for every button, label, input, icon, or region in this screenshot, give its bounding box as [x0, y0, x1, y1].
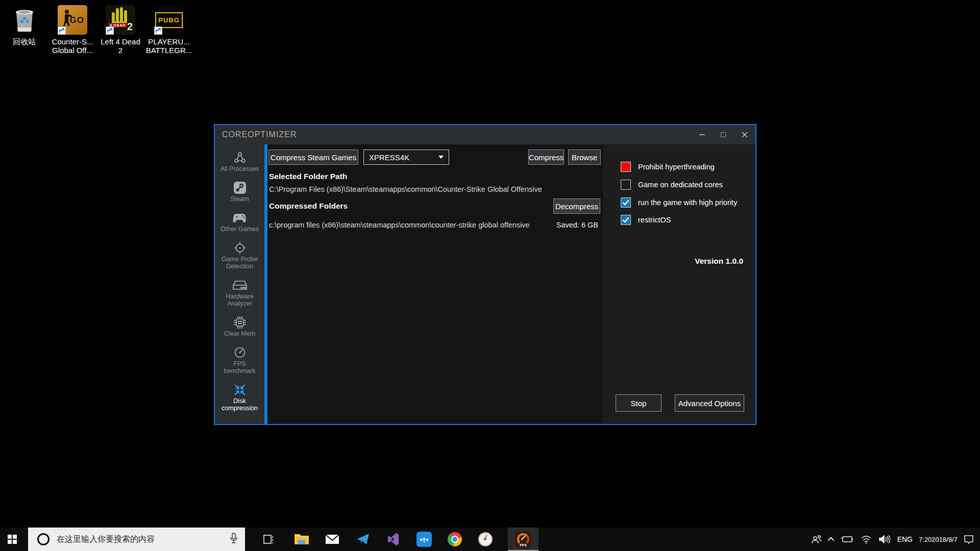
checkbox-row-high-priority[interactable]: run the game with high priority	[621, 197, 737, 208]
sidebar-item-all-processes[interactable]: All Processes	[215, 151, 264, 172]
battery-icon[interactable]	[841, 536, 853, 543]
l4d2-art-text: 2	[127, 21, 133, 33]
show-hidden-icons-chevron[interactable]	[829, 537, 834, 542]
sidebar-item-other-games[interactable]: Other Games	[215, 211, 264, 233]
language-indicator[interactable]: ENG	[897, 535, 913, 543]
close-button[interactable]	[734, 125, 755, 144]
desktop-icon-csgo[interactable]: GO Counter-S...Global Off...	[49, 5, 96, 55]
selected-folder-path-label: Selected Folder Path	[269, 172, 347, 181]
desktop-icon-pubg[interactable]: PUBG PLAYERU...BATTLEGR...	[145, 5, 192, 55]
sidebar-item-clear-mem[interactable]: Clear Mem	[215, 315, 264, 337]
fps-app-button[interactable]: FPS	[508, 528, 538, 551]
fps-gauge-icon: FPS	[515, 531, 531, 547]
clock[interactable]: 7:20 2018/8/7	[920, 536, 957, 543]
advanced-options-button[interactable]: Advanced Options	[675, 394, 744, 412]
telegram-button[interactable]	[351, 528, 375, 551]
sidebar-item-hardware-analyzer[interactable]: HardwareAnalyzer	[215, 278, 264, 307]
compress-steam-games-button[interactable]: Compress Steam Games	[268, 149, 358, 165]
close-icon	[742, 132, 748, 138]
desktop-icon-label: Counter-S...Global Off...	[49, 37, 96, 55]
cpu-chip-icon	[233, 315, 247, 329]
chrome-button[interactable]	[443, 528, 467, 551]
desktop-icon-recycle-bin[interactable]: 回收站	[1, 5, 48, 46]
wifi-icon[interactable]	[861, 535, 872, 544]
sidebar-item-fps-benchmark[interactable]: FPSbenchmark	[215, 345, 264, 374]
share-nodes-icon	[233, 151, 247, 164]
checkbox-row-restrictos[interactable]: restrictOS	[621, 215, 671, 225]
search-placeholder-text: 在这里输入你要搜索的内容	[57, 534, 155, 545]
csgo-art-text: GO	[70, 15, 84, 26]
checkbox-row-prohibit-hyperthreading[interactable]: Prohibit hyperthreading	[621, 162, 715, 172]
people-icon[interactable]	[811, 535, 822, 544]
dropdown-selected-value: XPRESS4K	[369, 153, 409, 162]
stop-button[interactable]: Stop	[616, 394, 662, 412]
checkbox-row-game-on-dedicated-cores[interactable]: Game on dedicated cores	[621, 180, 723, 190]
task-view-button[interactable]	[257, 528, 281, 551]
system-tray: ENG 7:20 2018/8/7	[804, 528, 980, 551]
compress-arrows-icon	[234, 383, 246, 396]
csgo-icon: GO	[58, 5, 87, 35]
chrome-icon	[448, 532, 462, 546]
crosshair-icon	[233, 241, 247, 255]
checkbox-empty-icon[interactable]	[621, 180, 631, 190]
taskbar: 在这里输入你要搜索的内容	[0, 528, 980, 551]
compass-icon	[478, 532, 493, 546]
maximize-icon	[721, 132, 726, 137]
checkbox-red-icon[interactable]	[621, 162, 631, 172]
main-content: Compress Steam Games XPRESS4K Compress B…	[267, 144, 603, 424]
pubg-art-text: PUBG	[155, 12, 183, 28]
mail-button[interactable]	[320, 528, 345, 551]
options-panel: Prohibit hyperthreading Game on dedicate…	[603, 144, 755, 424]
saved-size-value: Saved: 6 GB	[556, 221, 598, 229]
browse-button[interactable]: Browse	[568, 149, 601, 165]
shortcut-arrow-icon	[106, 27, 114, 35]
title-bar[interactable]: COREOPTIMIZER	[215, 125, 755, 144]
checkbox-checked-icon[interactable]	[621, 215, 631, 225]
gauge-icon	[233, 345, 247, 359]
start-button[interactable]	[0, 528, 24, 551]
sidebar-item-game-probe-detection[interactable]: Game ProbeDetection	[215, 241, 264, 270]
minimize-icon	[699, 134, 705, 135]
visual-studio-button[interactable]	[381, 528, 406, 551]
compass-app-button[interactable]	[473, 528, 498, 551]
desktop-icon-l4d2[interactable]: 4 DEAD 2 Left 4 Dead2	[97, 5, 144, 55]
microphone-icon[interactable]	[230, 533, 238, 546]
hotspot-app-button[interactable]	[412, 528, 436, 551]
action-center-icon[interactable]	[964, 535, 974, 544]
desktop-icon-label: Left 4 Dead2	[97, 37, 144, 55]
coreoptimizer-window: COREOPTIMIZER All Processes	[214, 124, 756, 425]
pubg-icon: PUBG	[154, 5, 184, 35]
shortcut-arrow-icon	[154, 27, 162, 35]
compress-button[interactable]: Compress	[528, 149, 564, 165]
hotspot-icon	[416, 532, 432, 547]
compression-format-dropdown[interactable]: XPRESS4K	[363, 149, 449, 165]
shortcut-arrow-icon	[58, 27, 66, 35]
windows-logo-icon	[8, 535, 17, 544]
steam-icon	[233, 181, 247, 194]
compressed-folders-label: Compressed Folders	[269, 202, 348, 211]
sidebar-item-steam[interactable]: Steam	[215, 181, 264, 203]
chevron-down-icon	[438, 156, 444, 159]
sidebar-item-disk-compression[interactable]: Diskcompression	[215, 383, 264, 412]
volume-icon[interactable]	[879, 535, 890, 544]
compressed-folder-entry[interactable]: c:\program files (x86)\steam\steamapps\c…	[269, 221, 530, 229]
clock-date: 2018/8/7	[932, 536, 958, 543]
selected-folder-path-value: C:\Program Files (x86)\Steam\steamapps\c…	[269, 185, 542, 193]
cortana-icon	[37, 533, 50, 545]
l4d2-icon: 4 DEAD 2	[106, 5, 135, 35]
desktop-icon-label: 回收站	[1, 37, 48, 46]
checkbox-checked-icon[interactable]	[621, 197, 631, 208]
file-explorer-button[interactable]	[289, 528, 314, 551]
gamepad-icon	[233, 211, 247, 224]
decompress-button[interactable]: Decompress	[553, 198, 600, 214]
sidebar: All Processes Steam	[215, 144, 264, 424]
clock-time: 7:20	[919, 536, 932, 543]
maximize-button[interactable]	[713, 125, 734, 144]
window-title: COREOPTIMIZER	[222, 130, 297, 139]
recycle-bin-icon	[10, 5, 39, 35]
server-box-icon	[233, 278, 247, 292]
version-label: Version 1.0.0	[695, 257, 743, 266]
taskbar-search-input[interactable]: 在这里输入你要搜索的内容	[28, 528, 245, 551]
desktop-icon-label: PLAYERU...BATTLEGR...	[145, 37, 192, 55]
minimize-button[interactable]	[691, 125, 713, 144]
